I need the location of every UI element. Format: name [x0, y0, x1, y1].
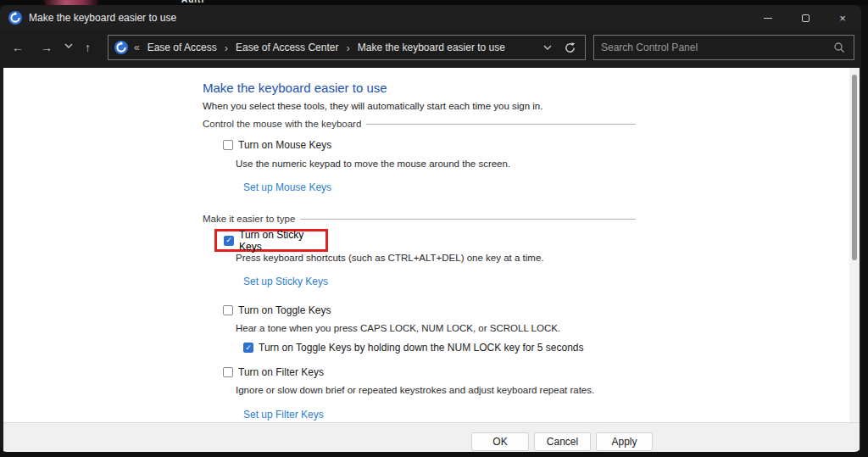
- sticky-keys-description: Press keyboard shortcuts (such as CTRL+A…: [236, 253, 543, 263]
- mouse-keys-description: Use the numeric keypad to move the mouse…: [236, 159, 510, 169]
- close-button[interactable]: ×: [824, 5, 861, 31]
- checkmark-icon: ✓: [245, 344, 252, 352]
- dialog-footer: OK Cancel Apply: [3, 422, 860, 452]
- vertical-scrollbar[interactable]: [849, 68, 860, 422]
- filter-keys-label[interactable]: Turn on Filter Keys: [238, 366, 324, 378]
- set-up-mouse-keys-link[interactable]: Set up Mouse Keys: [243, 181, 331, 193]
- toggle-keys-num-lock-checkbox[interactable]: ✓: [243, 343, 253, 353]
- cancel-button[interactable]: Cancel: [534, 432, 591, 451]
- forward-button[interactable]: →: [41, 41, 53, 54]
- up-button[interactable]: ↑: [85, 41, 91, 54]
- ease-of-access-icon: [114, 41, 128, 54]
- control-panel-window: Make the keyboard easier to use × ← → ↑ …: [0, 5, 861, 452]
- filter-keys-description: Ignore or slow down brief or repeated ke…: [236, 385, 594, 395]
- search-icon[interactable]: [833, 42, 854, 53]
- minimize-button[interactable]: [749, 5, 787, 31]
- checkbox-row-toggle-keys-num-lock[interactable]: ✓ Turn on Toggle Keys by holding down th…: [243, 342, 584, 354]
- group-label: Make it easier to type: [203, 214, 295, 224]
- set-up-sticky-keys-link[interactable]: Set up Sticky Keys: [243, 276, 328, 287]
- breadcrumb-ease-of-access-center[interactable]: Ease of Access Center: [236, 42, 338, 53]
- breadcrumb-separator-icon: ›: [346, 42, 349, 54]
- ok-button[interactable]: OK: [471, 432, 529, 451]
- page-title: Make the keyboard easier to use: [203, 81, 387, 95]
- minimize-icon: [764, 18, 772, 19]
- close-icon: ×: [839, 12, 846, 25]
- ease-of-access-icon: [8, 11, 22, 25]
- breadcrumb-overflow-icon[interactable]: «: [134, 42, 140, 53]
- window-title: Make the keyboard easier to use: [29, 12, 176, 24]
- back-button[interactable]: ←: [12, 41, 24, 54]
- sticky-keys-checkbox[interactable]: ✓: [224, 236, 234, 246]
- maximize-button[interactable]: [787, 5, 824, 31]
- apply-button[interactable]: Apply: [596, 432, 653, 451]
- maximize-icon: [802, 14, 810, 22]
- group-divider: [300, 219, 636, 220]
- group-label: Control the mouse with the keyboard: [203, 119, 361, 129]
- refresh-icon[interactable]: [564, 42, 576, 54]
- title-bar: Make the keyboard easier to use ×: [0, 5, 861, 31]
- group-control-mouse: Control the mouse with the keyboard: [203, 119, 636, 129]
- toggle-keys-num-lock-label[interactable]: Turn on Toggle Keys by holding down the …: [259, 342, 584, 354]
- toggle-keys-checkbox[interactable]: [223, 305, 233, 315]
- checkbox-row-toggle-keys[interactable]: Turn on Toggle Keys: [223, 304, 331, 316]
- filter-keys-checkbox[interactable]: [223, 367, 233, 377]
- group-easier-to-type: Make it easier to type: [203, 214, 636, 224]
- toggle-keys-label[interactable]: Turn on Toggle Keys: [238, 304, 331, 316]
- checkbox-row-mouse-keys[interactable]: Turn on Mouse Keys: [223, 139, 331, 151]
- address-chevron-down-icon[interactable]: [543, 44, 552, 51]
- checkmark-icon: ✓: [225, 237, 232, 244]
- desktop-text-fragment: Aditi: [181, 0, 204, 4]
- checkbox-row-filter-keys[interactable]: Turn on Filter Keys: [223, 366, 324, 378]
- toggle-keys-description: Hear a tone when you press CAPS LOCK, NU…: [236, 323, 560, 333]
- navigation-bar: ← → ↑ « Ease of Access › Ease of Access …: [0, 31, 861, 64]
- sticky-keys-highlight-box: ✓ Turn on Sticky Keys: [214, 229, 328, 252]
- breadcrumb-ease-of-access[interactable]: Ease of Access: [147, 42, 217, 53]
- address-bar[interactable]: « Ease of Access › Ease of Access Center…: [108, 35, 586, 60]
- breadcrumb-current-page[interactable]: Make the keyboard easier to use: [358, 42, 505, 53]
- settings-page: Make the keyboard easier to use When you…: [3, 68, 849, 422]
- breadcrumb-separator-icon: ›: [225, 42, 228, 54]
- mouse-keys-label[interactable]: Turn on Mouse Keys: [238, 139, 331, 151]
- page-subtitle: When you select these tools, they will a…: [203, 101, 542, 111]
- window-controls: ×: [749, 5, 861, 31]
- group-divider: [366, 124, 636, 125]
- set-up-filter-keys-link[interactable]: Set up Filter Keys: [243, 409, 324, 421]
- search-box: [593, 35, 854, 60]
- search-input[interactable]: [594, 42, 833, 53]
- history-chevron-down-icon[interactable]: [64, 42, 73, 49]
- sticky-keys-label[interactable]: Turn on Sticky Keys: [239, 229, 326, 253]
- scrollbar-thumb[interactable]: [852, 75, 857, 260]
- mouse-keys-checkbox[interactable]: [223, 140, 233, 150]
